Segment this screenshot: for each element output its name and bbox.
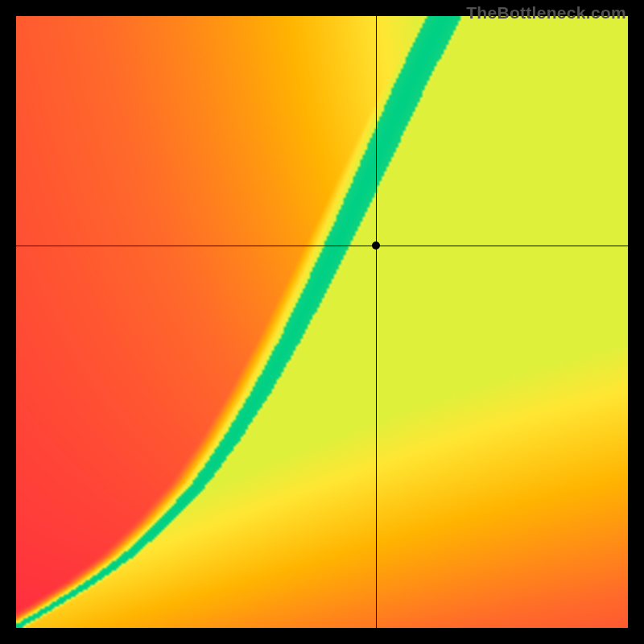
crosshair-horizontal: [16, 246, 628, 246]
chart-container: TheBottleneck.com: [0, 0, 644, 644]
heatmap-canvas: [16, 16, 628, 628]
plot-area: [16, 16, 628, 628]
crosshair-vertical: [376, 16, 377, 628]
marker-point: [372, 242, 380, 250]
watermark-text: TheBottleneck.com: [466, 3, 626, 23]
